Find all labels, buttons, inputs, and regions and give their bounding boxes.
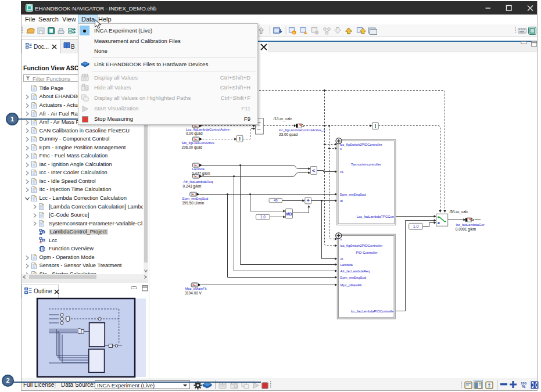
svg-text:40: 40 [274, 199, 278, 202]
svg-text:Mpc_pMainFlt: Mpc_pMainFlt [341, 283, 362, 287]
svg-text:Lambda: Lambda [341, 263, 353, 267]
svg-text:x: x [340, 147, 342, 150]
svg-text:Lcc_facLambdaTPCCon: Lcc_facLambdaTPCCon [357, 215, 394, 218]
svg-text:<: < [312, 167, 316, 174]
svg-text:3194.00 V: 3194.00 V [185, 291, 202, 295]
svg-text:Mpc_pMainFlt: Mpc_pMainFlt [185, 287, 206, 290]
svg-text:Epm_nmEngSpd: Epm_nmEngSpd [340, 193, 366, 196]
svg-text:lcc_facLambdaCor: lcc_facLambdaCor [456, 223, 485, 226]
svg-text:Epm_nmEngSpd: Epm_nmEngSpd [341, 276, 367, 279]
svg-text:dt: dt [340, 199, 343, 203]
svg-text:c: c [40, 240, 42, 244]
svg-text:lcc_flgSwitch2PIDController: lcc_flgSwitch2PIDController [341, 244, 383, 247]
svg-text:A: A [304, 30, 307, 35]
svg-text:206.00 quad: 206.00 quad [182, 145, 203, 150]
svg-text:Afr_facLambdaReq: Afr_facLambdaReq [184, 180, 213, 184]
svg-text:MD: MD [286, 212, 292, 216]
svg-text:%: % [522, 384, 526, 389]
svg-text:D: D [293, 31, 296, 35]
svg-text:!: ! [239, 136, 241, 142]
svg-text:0.00 quad: 0.00 quad [186, 131, 203, 136]
svg-text:0.0991 g/km: 0.0991 g/km [456, 227, 476, 232]
svg-text:Afr_facLambdaReq: Afr_facLambdaReq [341, 269, 370, 273]
svg-text:dt: dt [341, 257, 343, 261]
svg-text:lcc_flgSwitch2PIDController: lcc_flgSwitch2PIDController [340, 143, 382, 146]
svg-text:lcc_flgLambdaControlActive_1: lcc_flgLambdaControlActive_1 [279, 128, 325, 132]
svg-text:!: ! [374, 123, 376, 129]
svg-text:Epm_nmEngSpd: Epm_nmEngSpd [182, 197, 209, 200]
svg-text:Stc_flgFuelConActive: Stc_flgFuelConActive [182, 141, 215, 145]
svg-text:1.0: 1.0 [260, 215, 266, 219]
svg-text:Two-point-controller: Two-point-controller [351, 163, 381, 166]
svg-text:399.50 U/min: 399.50 U/min [182, 201, 204, 205]
svg-text:1.0: 1.0 [413, 224, 419, 228]
svg-text:0.243 g/km: 0.243 g/km [183, 184, 202, 189]
svg-text:/5/Lcc_calc: /5/Lcc_calc [450, 210, 469, 214]
svg-text:23.00 quad: 23.00 quad [279, 132, 298, 137]
svg-text:x1: x1 [340, 170, 343, 174]
svg-text:lcc_facLambdaPIDControlle: lcc_facLambdaPIDControlle [351, 310, 394, 313]
svg-text:PID-Controller: PID-Controller [356, 251, 378, 254]
svg-text:Lambda: Lambda [192, 167, 205, 171]
svg-text:x: x [341, 238, 342, 241]
svg-text:0.477 g/km: 0.477 g/km [192, 171, 210, 176]
svg-text:÷: ÷ [307, 198, 310, 204]
svg-text:/1/Lcc_calc: /1/Lcc_calc [274, 117, 293, 121]
